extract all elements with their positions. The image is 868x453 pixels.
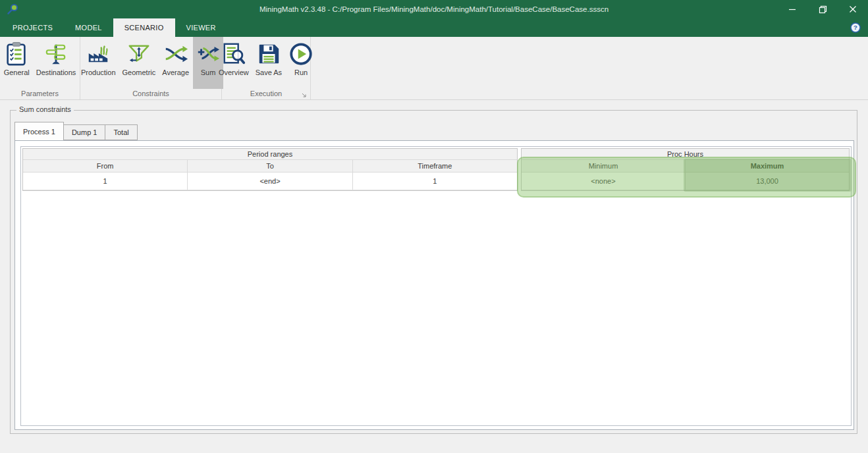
document-magnifier-icon: [221, 41, 246, 67]
production-button[interactable]: Production: [78, 37, 119, 89]
cell-minimum[interactable]: <none>: [522, 173, 686, 190]
ribbon-group-label-execution: Execution: [222, 89, 310, 99]
general-button-label: General: [4, 68, 30, 76]
ribbon-group-parameters: General Destinations Parame: [0, 37, 80, 99]
execution-dialog-launcher-icon[interactable]: [302, 92, 307, 97]
save-as-button[interactable]: Save As: [253, 37, 285, 89]
help-icon[interactable]: ?: [850, 22, 861, 33]
window-controls: [777, 0, 868, 18]
restore-button[interactable]: [807, 0, 838, 18]
constraints-grid: Period ranges From To Timeframe 1 <end> …: [20, 146, 852, 426]
titlebar: MiningMath v2.3.48 - C:/Program Files/Mi…: [0, 0, 868, 18]
tab-viewer[interactable]: VIEWER: [175, 18, 227, 37]
period-ranges-group-header: Period ranges: [23, 149, 517, 160]
restore-icon: [819, 5, 827, 14]
app-window: MiningMath v2.3.48 - C:/Program Files/Mi…: [0, 0, 868, 453]
cell-to[interactable]: <end>: [188, 173, 352, 190]
ribbon-group-constraints: Production Geometric: [80, 37, 222, 99]
factory-icon: [86, 41, 111, 67]
run-button[interactable]: Run: [286, 37, 316, 89]
overview-button[interactable]: Overview: [216, 37, 252, 89]
column-header-from: From: [23, 160, 188, 173]
tab-process-1[interactable]: Process 1: [14, 122, 64, 140]
period-ranges-section: Period ranges From To Timeframe 1 <end> …: [22, 148, 518, 191]
destinations-button-label: Destinations: [36, 68, 76, 76]
column-header-minimum: Minimum: [522, 160, 686, 173]
geometric-button-label: Geometric: [122, 68, 156, 76]
tab-total[interactable]: Total: [105, 124, 137, 140]
cell-maximum[interactable]: 13,000: [686, 173, 849, 190]
cell-timeframe[interactable]: 1: [353, 173, 517, 190]
column-header-maximum: Maximum: [686, 160, 849, 173]
signpost-icon: [43, 41, 68, 67]
ribbon-group-label-parameters: Parameters: [0, 89, 80, 99]
geometric-button[interactable]: Geometric: [120, 37, 159, 89]
constraint-tabs: Process 1 Dump 1 Total: [14, 122, 138, 140]
minimize-button[interactable]: [777, 0, 807, 18]
play-circle-icon: [288, 41, 313, 67]
overview-button-label: Overview: [219, 68, 249, 76]
floppy-disk-icon: [256, 41, 281, 67]
miningmath-logo-icon: [6, 3, 19, 16]
save-as-button-label: Save As: [256, 68, 282, 76]
window-title: MiningMath v2.3.48 - C:/Program Files/Mi…: [0, 0, 868, 18]
content-area: Sum constraints Process 1 Dump 1 Total P…: [0, 100, 868, 453]
close-icon: [849, 5, 857, 13]
ribbon-group-label-constraints: Constraints: [80, 89, 221, 99]
sum-button-label: Sum: [201, 68, 216, 76]
average-button-label: Average: [162, 68, 189, 76]
column-header-to: To: [188, 160, 352, 173]
run-button-label: Run: [294, 68, 308, 76]
column-header-timeframe: Timeframe: [353, 160, 517, 173]
ribbon-toolbar: General Destinations Parame: [0, 37, 868, 100]
tab-model[interactable]: MODEL: [64, 18, 113, 37]
sum-constraints-groupbox: Sum constraints Process 1 Dump 1 Total P…: [10, 110, 857, 434]
groupbox-label: Sum constraints: [16, 105, 74, 113]
funnel-icon: [126, 41, 151, 67]
menubar: PROJECTS MODEL SCENARIO VIEWER ?: [0, 18, 868, 37]
clipboard-checklist-icon: [4, 41, 29, 67]
close-button[interactable]: [838, 0, 868, 18]
destinations-button[interactable]: Destinations: [34, 37, 79, 89]
production-button-label: Production: [81, 68, 116, 76]
svg-text:?: ?: [854, 24, 857, 31]
cell-from[interactable]: 1: [23, 173, 188, 190]
tab-dump-1[interactable]: Dump 1: [64, 124, 106, 140]
process-1-panel: Period ranges From To Timeframe 1 <end> …: [14, 140, 854, 430]
average-button[interactable]: Average: [159, 37, 192, 89]
ribbon-group-execution: Overview Save As: [222, 37, 311, 99]
tab-scenario[interactable]: SCENARIO: [113, 18, 175, 37]
shuffle-arrows-icon: [163, 41, 188, 67]
minimize-icon: [788, 5, 796, 13]
proc-hours-section: Proc Hours Minimum Maximum <none> 13,000: [521, 148, 850, 191]
general-button[interactable]: General: [1, 37, 32, 89]
tab-projects[interactable]: PROJECTS: [1, 18, 64, 37]
proc-hours-group-header: Proc Hours: [522, 149, 849, 160]
